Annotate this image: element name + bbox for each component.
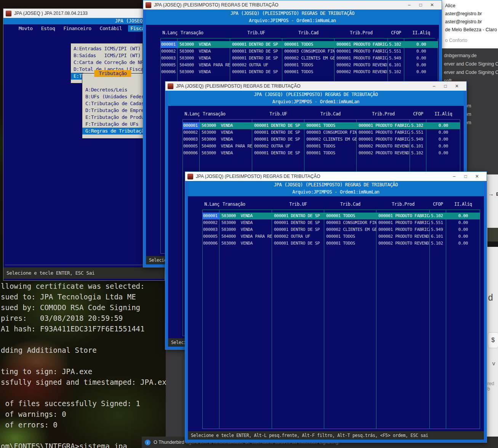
cell-trib_uf: 000002 OUTRA UF <box>252 143 304 150</box>
maximize-button[interactable]: □ <box>460 174 471 179</box>
cell-nlanc: 000001 <box>183 122 200 129</box>
window-titlebar[interactable]: JPA (JOSEQ ) JPA 2017.08.04.2133 <box>3 9 165 18</box>
header-title: JPA (JOSEQ) (PLEISIMPOSTO) REGRAS DE TRI… <box>188 181 484 189</box>
table-row[interactable]: 000002503000 VENDA000001 DENTRO DE SP000… <box>160 48 435 55</box>
close-button[interactable]: ✕ <box>471 174 483 179</box>
header-file-info: Arquivo:JPIMPOS - Ordem1:imNumLan <box>146 17 439 24</box>
cell-trib_cad: 000001 TODOS <box>282 62 335 69</box>
cell-cfop: 5.551 <box>430 219 446 226</box>
menu-item[interactable]: Financeiro <box>61 25 93 32</box>
menu-item[interactable]: Contábil <box>98 25 125 32</box>
terminal-line: sued by: COMODO RSA Code Signing <box>1 302 167 313</box>
maximize-button[interactable]: □ <box>415 2 426 8</box>
cell-trib_prod: 000001 PRODUTO FABRICA <box>357 136 410 143</box>
cell-aliq: 0.00 <box>426 143 460 150</box>
cell-nlanc: 000003 <box>183 136 200 143</box>
column-header: CFOP <box>430 201 446 207</box>
submenu-item[interactable]: C:Tributação de Cadastros <box>82 100 143 107</box>
cell-nlanc: 000002 <box>160 48 178 55</box>
menu-item[interactable]: Movto <box>16 25 35 32</box>
column-header: N.Lanç <box>202 201 219 207</box>
content-text-fragment: red b <box>487 381 498 392</box>
content-strip <box>487 242 498 247</box>
cell-trib_uf: 000001 DENTRO DE SP <box>252 129 304 136</box>
cell-aliq: 0.00 <box>426 129 460 136</box>
cell-trib_uf: 000001 DENTRO DE SP <box>272 219 324 226</box>
table-row[interactable]: 000001503000 VENDA000001 DENTRO DE SP000… <box>183 122 460 129</box>
table-row[interactable]: 000001503000 VENDA000001 DENTRO DE SP000… <box>202 213 480 219</box>
cell-transacao: 503000 VENDA <box>178 69 230 75</box>
cell-trib_cad: 000001 TODOS <box>324 213 376 219</box>
cell-nlanc: 000002 <box>183 129 200 136</box>
window-titlebar[interactable]: JPA (JOSEQ) (PLEISIMPOSTO) REGRAS DE TRI… <box>143 0 442 10</box>
window-titlebar[interactable]: JPA (JOSEQ) (PLEISIMPOSTO) REGRAS DE TRI… <box>165 82 466 91</box>
cell-trib_prod: 000001 PRODUTO FABRICA <box>335 41 388 48</box>
cell-transacao: 503000 VENDA <box>178 41 230 48</box>
close-button[interactable]: ✕ <box>426 2 438 8</box>
dos-client-area: JPA (JOSEQ) (PLEISIMPOSTO) REGRAS DE TRI… <box>185 181 487 442</box>
table-row[interactable]: 000006503000 VENDA000001 DENTRO DE SP000… <box>160 69 435 75</box>
cell-transacao: 503000 VENDA <box>200 129 252 136</box>
cell-aliq: 0.00 <box>404 48 438 55</box>
submenu-title: Tributação <box>94 70 131 77</box>
submenu-item[interactable]: D:Tributação de Empresa <box>82 107 143 114</box>
email-text-line: Alice <box>442 2 498 10</box>
window-titlebar[interactable]: JPA (JOSEQ) (PLEISIMPOSTO) REGRAS DE TRI… <box>185 172 487 181</box>
table-area: 000001503000 VENDA000001 DENTRO DE SP000… <box>202 210 480 429</box>
table-body: 000001503000 VENDA000001 DENTRO DE SP000… <box>202 210 480 247</box>
info-icon: i <box>145 440 151 445</box>
minimize-button[interactable]: – <box>448 174 460 179</box>
menu-bar: MovtoEstoqFinanceiroContábilFiscalRelató <box>3 24 165 32</box>
close-button[interactable]: ✕ <box>451 83 463 89</box>
menu-item[interactable]: Estoq <box>39 25 58 32</box>
cell-trib_cad: 000001 TODOS <box>282 41 335 48</box>
desktop: llowing certificate was selected:sued to… <box>0 0 498 448</box>
cell-aliq: 0.00 <box>426 122 460 129</box>
dropdown-menu-item[interactable]: B:Saídas ICMS/IPI (WT) <box>71 52 143 59</box>
dropdown-menu-item[interactable]: C:Carta de Correção de NF <box>71 59 143 66</box>
column-header: Transação <box>200 111 252 117</box>
table-row[interactable]: 000003503000 VENDA000001 DENTRO DE SP000… <box>202 226 480 233</box>
table-row[interactable]: 000001503000 VENDA000001 DENTRO DE SP000… <box>160 41 435 48</box>
submenu-item[interactable]: B:UFs (Unidades Federativ <box>82 93 143 100</box>
cell-transacao: 504000 VENDA PARA REV <box>200 143 252 150</box>
minimize-button[interactable]: – <box>404 2 415 8</box>
table-column-headers: N.Lanç Transação Trib.UF Trib.Cad Trib.P… <box>202 201 480 207</box>
email-header-panel: Aliceaster@registro.braster@registro.brd… <box>442 0 498 48</box>
maximize-button[interactable]: □ <box>440 83 451 89</box>
table-row[interactable]: 000003503000 VENDA000001 DENTRO DE SP000… <box>160 55 435 62</box>
cell-cfop: 6.101 <box>430 233 446 240</box>
dollar-button-fragment[interactable]: $ <box>488 332 498 348</box>
window-title: JPA (JOSEQ ) JPA 2017.08.04.2133 <box>14 11 165 16</box>
column-header: Trib.Prod <box>335 30 388 36</box>
table-row[interactable]: 000005504000 VENDA PARA REV000002 OUTRA … <box>183 143 460 150</box>
forward-arrow-icon[interactable]: →E <box>488 190 498 197</box>
cell-nlanc: 000003 <box>202 226 219 233</box>
table-row[interactable]: 000006503000 VENDA000001 DENTRO DE SP000… <box>183 150 460 157</box>
minimize-button[interactable]: – <box>428 83 440 89</box>
terminal-line: sued to: JPA Tecnologia Ltda ME <box>1 291 167 302</box>
cell-transacao: 503000 VENDA <box>178 55 230 62</box>
table-row[interactable]: 000003503000 VENDA000001 DENTRO DE SP000… <box>183 136 460 143</box>
cell-trib_cad: 000003 CONSUMIDOR FINA <box>282 48 335 55</box>
app-icon <box>6 11 11 16</box>
table-body: 000001503000 VENDA000001 DENTRO DE SP000… <box>183 120 460 157</box>
table-row[interactable]: 000002503000 VENDA000001 DENTRO DE SP000… <box>202 219 480 226</box>
cell-trib_prod: 000001 PRODUTO FABRICA <box>376 219 430 226</box>
submenu-item[interactable]: E:Tributação de Produtos <box>82 114 143 121</box>
cell-trib_uf: 000001 DENTRO DE SP <box>230 55 282 62</box>
submenu-item[interactable]: A:Decretos/Leis <box>82 86 143 93</box>
email-text-line: aster@registro.br <box>442 10 498 18</box>
table-row[interactable]: 000005504000 VENDA PARA REV000002 OUTRA … <box>160 62 435 69</box>
dropdown-menu-item[interactable]: A:Entradas ICMS/IPI (WT) <box>71 45 143 52</box>
cell-cfop: 5.551 <box>388 48 404 55</box>
table-row[interactable]: 000005504000 VENDA PARA REV000002 OUTRA … <box>202 233 480 240</box>
cell-trib_prod: 000001 PRODUTO FABRICA <box>335 55 388 62</box>
table-row[interactable]: 000002503000 VENDA000001 DENTRO DE SP000… <box>183 129 460 136</box>
table-row[interactable]: 000006503000 VENDA000001 DENTRO DE SP000… <box>202 240 480 247</box>
cell-trib_prod: 000002 PRODUTO REVENDI <box>357 150 410 157</box>
cell-nlanc: 000002 <box>202 219 219 226</box>
submenu-item[interactable]: G:Regras de Tributação <box>82 128 143 134</box>
submenu-item[interactable]: F:Tributação de UFs <box>82 121 143 128</box>
cell-trib_uf: 000001 DENTRO DE SP <box>272 240 324 247</box>
